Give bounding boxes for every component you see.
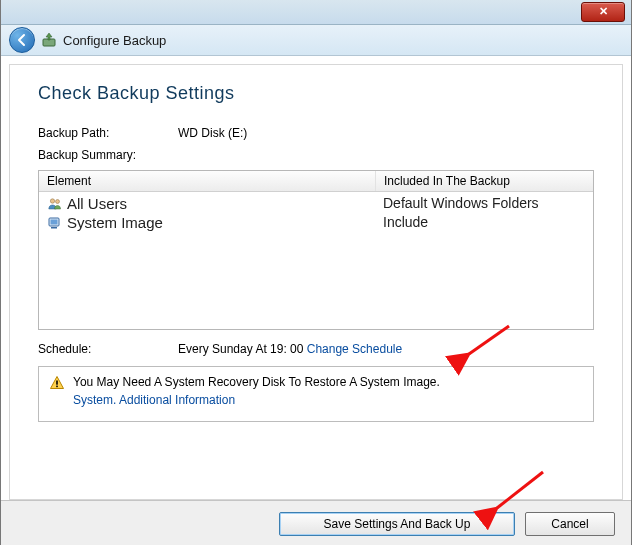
save-button-label: Save Settings And Back Up [324,517,471,531]
svg-rect-7 [56,386,58,388]
close-icon: ✕ [599,5,608,17]
backup-path-row: Backup Path: WD Disk (E:) [38,126,594,140]
back-button[interactable] [9,27,35,53]
main-panel: Check Backup Settings Backup Path: WD Di… [9,64,623,500]
svg-rect-5 [51,219,58,224]
row-included: Default Windows Folders [375,194,593,213]
arrow-left-icon [15,33,29,47]
backup-summary-label-row: Backup Summary: [38,148,594,162]
table-header: Element Included In The Backup [39,171,593,192]
backup-path-value: WD Disk (E:) [178,126,594,140]
users-icon [47,196,63,212]
warning-icon [49,375,65,391]
header-element: Element [39,171,376,191]
table-body: All Users Default Windows Folders [39,192,593,234]
info-text: You May Need A System Recovery Disk To R… [73,375,440,389]
schedule-value: Every Sunday At 19: 00 Change Schedule [178,342,594,356]
schedule-text: Every Sunday At 19: 00 [178,342,307,356]
svg-rect-4 [51,227,57,229]
toolbar: Configure Backup [1,25,631,56]
footer: Save Settings And Back Up Cancel [1,500,631,545]
backup-path-label: Backup Path: [38,126,178,140]
save-settings-button[interactable]: Save Settings And Back Up [279,512,515,536]
info-box: You May Need A System Recovery Disk To R… [38,366,594,422]
row-element: All Users [67,195,127,212]
page-title: Check Backup Settings [38,83,594,104]
schedule-label: Schedule: [38,342,178,356]
info-link[interactable]: System. Additional Information [73,393,583,407]
content-area: Check Backup Settings Backup Path: WD Di… [1,56,631,500]
svg-point-2 [56,199,60,203]
backup-summary-label: Backup Summary: [38,148,178,162]
table-row: All Users Default Windows Folders [39,194,593,213]
row-included: Include [375,213,593,232]
cancel-button[interactable]: Cancel [525,512,615,536]
close-button[interactable]: ✕ [581,2,625,22]
titlebar: ✕ [1,0,631,25]
toolbar-title: Configure Backup [63,33,166,48]
header-included: Included In The Backup [376,171,593,191]
backup-summary-table: Element Included In The Backup [38,170,594,330]
svg-point-1 [50,198,54,202]
backup-app-icon [41,32,57,48]
system-image-icon [47,215,63,231]
change-schedule-link[interactable]: Change Schedule [307,342,402,356]
row-element: System Image [67,214,163,231]
table-row: System Image Include [39,213,593,232]
schedule-row: Schedule: Every Sunday At 19: 00 Change … [38,342,594,356]
configure-backup-window: ✕ Configure Backup Check Backup Settings… [0,0,632,545]
svg-rect-6 [56,381,58,385]
cancel-button-label: Cancel [551,517,588,531]
